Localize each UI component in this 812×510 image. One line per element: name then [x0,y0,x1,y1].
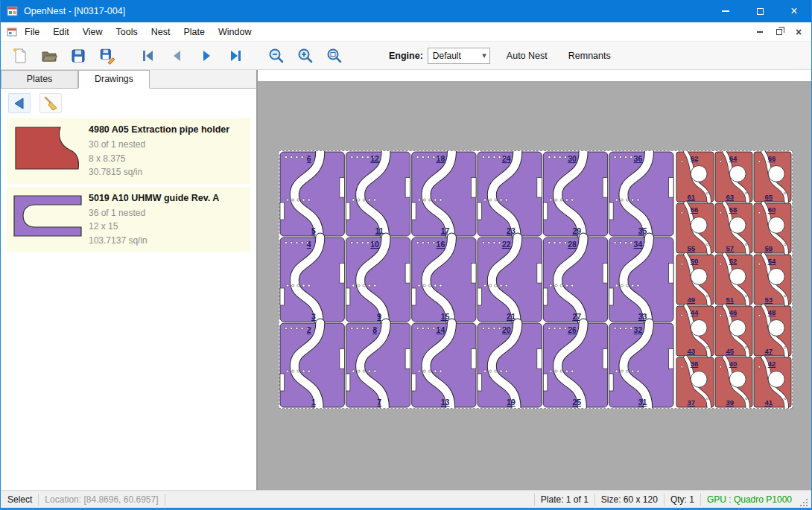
drill-hole [297,370,299,372]
menu-edit[interactable]: Edit [46,22,76,42]
part-number: 30 [568,154,577,163]
drill-hole [560,199,562,201]
nest-canvas[interactable]: 6512111817242330293635431091615222128273… [258,70,811,490]
nested-part-pair[interactable]: 4241 [754,357,791,407]
nested-part-pair[interactable]: 21 [280,323,344,407]
open-button[interactable] [37,45,61,67]
drill-hole [500,199,502,201]
nested-part-pair[interactable]: 2221 [478,238,542,322]
nested-part-pair[interactable]: 6059 [754,203,791,253]
drill-hole [374,284,376,287]
clear-drawings-button[interactable] [39,93,62,113]
engine-select[interactable]: Default ▾ [428,48,490,64]
close-button[interactable]: × [777,0,811,22]
plate[interactable]: 6512111817242330293635431091615222128273… [279,150,793,409]
nested-part-pair[interactable]: 43 [280,238,344,322]
remnants-button[interactable]: Remnants [564,48,615,64]
plate-svg[interactable]: 6512111817242330293635431091615222128273… [279,151,792,408]
nested-part-pair[interactable]: 2625 [543,323,607,407]
import-drawing-button[interactable] [8,93,31,113]
zoom-in-button[interactable] [294,45,317,67]
first-plate-button[interactable] [136,45,160,67]
new-button[interactable] [8,45,32,67]
menu-view[interactable]: View [76,22,110,42]
nested-part-pair[interactable]: 1817 [412,152,476,236]
menu-tools[interactable]: Tools [110,22,145,42]
mdi-close-button[interactable]: × [790,25,807,39]
part-number: 66 [768,154,776,162]
tab-plates[interactable]: Plates [1,70,78,88]
part-info: 4980 A05 Extraction pipe holder 30 of 1 … [86,123,247,179]
tab-drawings[interactable]: Drawings [78,70,150,89]
resize-grip[interactable] [799,498,809,508]
drill-hole [308,370,310,372]
nested-part-pair[interactable]: 5453 [754,255,791,305]
next-plate-button[interactable] [194,45,218,67]
nested-part-pair[interactable]: 2827 [543,238,607,322]
drill-hole [363,284,365,287]
drill-hole [302,370,305,372]
nested-part-pair[interactable]: 4443 [676,306,714,356]
nested-part-pair[interactable]: 1413 [412,323,476,407]
zoom-out-button[interactable] [264,45,288,67]
nested-part-pair[interactable]: 3635 [609,152,673,236]
drill-hole [483,284,486,287]
zoom-fit-button[interactable] [323,45,346,67]
separator [38,494,39,506]
drill-hole [367,156,369,158]
nested-part-pair[interactable]: 1615 [412,238,476,322]
drill-hole [285,156,287,158]
menu-plate[interactable]: Plate [177,22,212,42]
maximize-button[interactable] [743,0,777,22]
save-button[interactable] [66,45,90,67]
mdi-minimize-button[interactable] [752,25,768,39]
nested-part-pair[interactable]: 109 [346,238,410,322]
part-list-item[interactable]: 5019 A10 UHMW guide Rev. A 36 of 1 neste… [7,187,250,252]
mdi-restore-button[interactable] [771,25,787,39]
drill-hole [351,327,353,329]
nested-part-pair[interactable]: 87 [346,323,410,407]
drill-hole [489,284,492,287]
mdi-close-icon: × [796,27,802,37]
nested-part-pair[interactable]: 6665 [754,152,791,202]
nested-part-pair[interactable]: 3029 [543,152,607,236]
part-number: 22 [502,240,511,249]
save-icon [69,47,87,65]
nested-part-pair[interactable]: 5655 [676,203,714,253]
nested-part-pair[interactable]: 2019 [478,323,542,407]
drill-hole [554,241,556,243]
nested-part-pair[interactable]: 6463 [715,152,752,202]
previous-plate-button[interactable] [165,45,189,67]
nested-part-pair[interactable]: 4039 [715,357,752,407]
nested-part-pair[interactable]: 3433 [609,238,673,322]
menu-nest[interactable]: Nest [145,22,177,42]
minimize-button[interactable] [708,0,743,22]
nested-part-pair[interactable]: 5857 [715,203,752,253]
part-number: 7 [377,398,381,407]
nested-part-pair[interactable]: 5049 [676,255,714,305]
menu-file[interactable]: File [18,22,46,42]
save-as-button[interactable] [95,45,119,67]
nested-part-pair[interactable]: 5251 [715,255,752,305]
nested-part-pair[interactable]: 3837 [676,357,714,407]
drill-hole [428,370,431,372]
nested-part-pair[interactable]: 4645 [715,306,752,356]
part-number: 31 [638,398,647,407]
nested-part-pair[interactable]: 2423 [478,152,542,236]
drill-hole [296,156,298,158]
nested-part-pair[interactable]: 1211 [346,152,410,236]
drill-hole [423,370,425,372]
nested-part-pair[interactable]: 4847 [754,306,791,356]
last-plate-button[interactable] [223,45,247,67]
drill-hole [352,199,355,201]
part-list-item[interactable]: 4980 A05 Extraction pipe holder 30 of 1 … [7,118,250,184]
drill-hole [488,241,490,243]
nested-part-pair[interactable]: 3231 [609,323,673,407]
menu-window[interactable]: Window [212,22,258,42]
drill-hole [555,370,557,372]
nested-part-pair[interactable]: 65 [280,152,344,236]
auto-nest-button[interactable]: Auto Nest [502,48,552,64]
drill-hole [550,370,552,372]
nested-part-pair[interactable]: 6261 [676,152,714,202]
chevron-down-icon: ▾ [482,51,486,60]
